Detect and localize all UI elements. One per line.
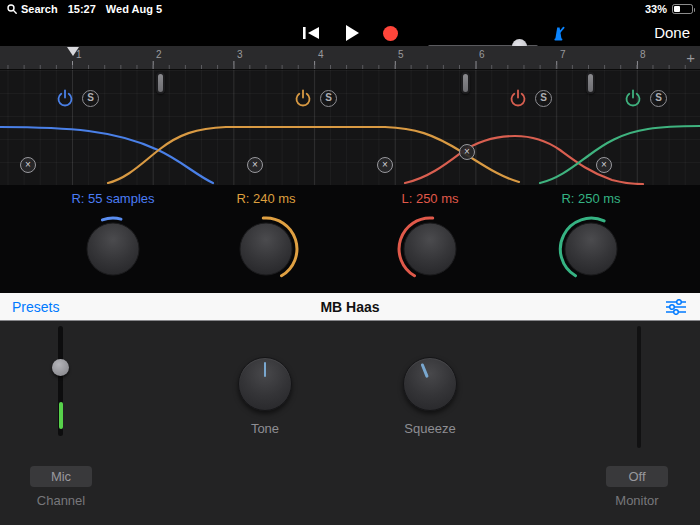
knob-group-3: L: 250 ms xyxy=(355,191,505,284)
output-fader-track[interactable] xyxy=(637,326,641,448)
status-left: Search 15:27 Wed Aug 5 xyxy=(7,3,162,15)
squeeze-knob[interactable] xyxy=(403,357,457,411)
sliders-icon xyxy=(666,299,686,315)
crossover-handle-2[interactable] xyxy=(461,72,470,94)
battery-fill xyxy=(674,6,680,12)
controls-toggle-button[interactable] xyxy=(666,299,686,315)
crossover-handle-1[interactable] xyxy=(156,72,165,94)
timeline-ruler[interactable]: 1 2 3 4 5 6 7 8 + xyxy=(0,46,700,70)
band1-solo-button[interactable]: S xyxy=(82,90,99,107)
crossover-curves xyxy=(0,70,700,185)
status-bar: Search 15:27 Wed Aug 5 33% xyxy=(0,0,700,20)
input-source-button[interactable]: Mic xyxy=(30,466,92,487)
knob-group-2: R: 240 ms xyxy=(191,191,341,284)
input-fader[interactable] xyxy=(48,321,72,471)
knob3-value-label: L: 250 ms xyxy=(355,191,505,209)
squeeze-label: Squeeze xyxy=(395,421,465,436)
beat-label-3: 3 xyxy=(237,49,243,60)
power-icon xyxy=(624,89,642,107)
tone-label: Tone xyxy=(238,421,292,436)
band4-power-button[interactable] xyxy=(624,89,642,107)
tone-knob[interactable] xyxy=(238,357,292,411)
transport-bar: Done xyxy=(0,18,700,46)
monitor-button[interactable]: Off xyxy=(606,466,668,487)
knob4-value-label: R: 250 ms xyxy=(516,191,666,209)
band3-controls: S xyxy=(509,89,552,107)
rewind-button[interactable] xyxy=(300,23,322,43)
power-icon xyxy=(294,89,312,107)
knob-group-1: R: 55 samples xyxy=(38,191,188,284)
play-icon xyxy=(345,25,359,41)
add-bars-button[interactable]: + xyxy=(686,49,695,66)
band2-solo-button[interactable]: S xyxy=(320,90,337,107)
channel-label: Channel xyxy=(30,493,92,508)
status-right: 33% xyxy=(645,3,693,15)
delete-node-button-4[interactable]: × xyxy=(459,144,475,160)
squeeze-knob-indicator xyxy=(420,363,428,378)
knob2-value-label: R: 240 ms xyxy=(191,191,341,209)
level-meter xyxy=(59,402,63,429)
band2-controls: S xyxy=(294,89,337,107)
monitor-label: Monitor xyxy=(606,493,668,508)
beat-label-5: 5 xyxy=(398,49,404,60)
tone-knob-indicator xyxy=(264,362,267,377)
delete-node-button-2[interactable]: × xyxy=(247,157,263,173)
delay-knob-row: R: 55 samples R: 240 ms L: 250 ms R: 250… xyxy=(0,185,700,293)
garageband-screen: Search 15:27 Wed Aug 5 33% xyxy=(0,0,700,525)
date-label: Wed Aug 5 xyxy=(106,3,162,15)
beat-label-4: 4 xyxy=(318,49,324,60)
metronome-icon xyxy=(549,24,567,42)
beat-label-7: 7 xyxy=(560,49,566,60)
knob-group-4: R: 250 ms xyxy=(516,191,666,284)
fader-thumb[interactable] xyxy=(52,359,69,376)
play-button[interactable] xyxy=(341,23,363,43)
done-button[interactable]: Done xyxy=(654,24,690,41)
knob4-dial[interactable] xyxy=(556,214,626,284)
band4-solo-button[interactable]: S xyxy=(650,90,667,107)
power-icon xyxy=(509,89,527,107)
beat-label-6: 6 xyxy=(479,49,485,60)
spotlight-search[interactable]: Search xyxy=(7,3,58,15)
preset-bar: Presets MB Haas xyxy=(0,293,700,321)
playhead[interactable] xyxy=(67,47,79,56)
knob1-dial[interactable] xyxy=(78,214,148,284)
band1-power-button[interactable] xyxy=(56,89,74,107)
metronome-button[interactable] xyxy=(548,23,568,43)
band1-controls: S xyxy=(56,89,99,107)
delete-node-button-5[interactable]: × xyxy=(596,157,612,173)
power-icon xyxy=(56,89,74,107)
channel-strip: Tone Squeeze Mic Channel Off Monitor xyxy=(0,321,700,525)
beat-label-8: 8 xyxy=(640,49,646,60)
search-label: Search xyxy=(21,3,58,15)
record-button[interactable] xyxy=(379,23,401,43)
clock-label: 15:27 xyxy=(68,3,96,15)
rewind-icon xyxy=(303,26,320,40)
beat-label-2: 2 xyxy=(156,49,162,60)
multiband-editor: S S S S xyxy=(0,70,700,185)
delete-node-button-1[interactable]: × xyxy=(20,157,36,173)
knob3-dial[interactable] xyxy=(395,214,465,284)
band3-solo-button[interactable]: S xyxy=(535,90,552,107)
knob1-value-label: R: 55 samples xyxy=(38,191,188,209)
band2-power-button[interactable] xyxy=(294,89,312,107)
search-icon xyxy=(7,4,17,14)
record-icon xyxy=(383,26,398,41)
knob2-dial[interactable] xyxy=(231,214,301,284)
band3-power-button[interactable] xyxy=(509,89,527,107)
band4-controls: S xyxy=(624,89,667,107)
plugin-name: MB Haas xyxy=(0,293,700,321)
battery-icon xyxy=(672,4,693,14)
delete-node-button-3[interactable]: × xyxy=(377,157,393,173)
crossover-handle-3[interactable] xyxy=(586,72,595,94)
battery-percent: 33% xyxy=(645,3,667,15)
